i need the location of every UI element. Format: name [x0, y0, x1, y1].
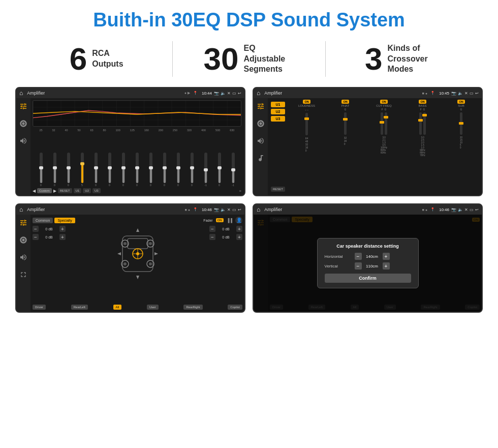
eq-more-icon[interactable]: » — [239, 189, 241, 193]
cross-u1-btn[interactable]: U1 — [271, 102, 285, 107]
dialog-title-bar: Amplifier — [264, 207, 420, 212]
eq-slider-14[interactable]: -1 — [227, 153, 239, 187]
phat-scale: 32160 — [344, 136, 347, 145]
phat-slider[interactable] — [327, 111, 364, 136]
fader-rl-plus[interactable]: + — [59, 234, 66, 240]
fader-tuning-icon[interactable] — [18, 218, 28, 228]
cross-time: 10:45 — [439, 91, 449, 96]
eq-prev-btn[interactable]: ◀ — [33, 189, 36, 193]
eq-next-btn[interactable]: ▶ — [53, 189, 56, 193]
cross-wave-icon[interactable] — [256, 118, 266, 129]
fader-user-btn[interactable]: User — [147, 305, 159, 310]
eq-slider-7[interactable]: 0 — [131, 153, 143, 187]
cross-vol2-icon[interactable] — [256, 136, 266, 146]
fader-x-icon: ✕ — [227, 207, 231, 212]
eq-wave-icon[interactable] — [18, 118, 28, 129]
fader-rearright-btn[interactable]: RearRight — [183, 305, 202, 310]
fader-rr-minus[interactable]: − — [209, 234, 215, 240]
eq-slider-3[interactable]: 5 — [76, 153, 88, 187]
fader-all-btn[interactable]: All — [113, 305, 122, 310]
fader-specialty-btn[interactable]: Specialty — [54, 218, 75, 223]
bass-scale: 3.02.52.01.51.0 — [421, 136, 424, 149]
eq-slider-1[interactable]: 0 — [48, 153, 61, 187]
eq-slider-0[interactable]: 0 — [35, 153, 47, 187]
cross-u-col: U1 U2 U3 RESET — [270, 100, 286, 194]
bass-on[interactable]: ON — [419, 100, 426, 104]
eq-slider-5[interactable]: 0 — [103, 153, 116, 187]
screen-fader: ⌂ Amplifier ■ ● 📍 10:46 📷 🔈 ✕ ▭ ↩ — [15, 203, 245, 313]
page-title: Buith-in 30EQ DSP Sound System — [0, 0, 498, 36]
stat-crossover-number: 3 — [365, 43, 382, 75]
sub-on[interactable]: ON — [457, 100, 464, 104]
fader-left-controls: − 0 dB + − 0 dB + — [33, 226, 66, 303]
eq-custom-btn[interactable]: Custom — [37, 188, 52, 193]
dialog-vertical-stepper: − 110cm + — [355, 262, 390, 270]
fader-on-badge[interactable]: ON — [216, 218, 224, 222]
fader-fl-minus[interactable]: − — [33, 226, 39, 232]
bass-label: BASS — [419, 104, 427, 107]
fader-rr-plus[interactable]: + — [236, 234, 242, 240]
eq-slider-13[interactable]: 0 — [213, 153, 226, 187]
fader-rl-minus[interactable]: − — [33, 234, 39, 240]
cross-reset-btn[interactable]: RESET — [271, 187, 285, 192]
fader-rearleft-btn[interactable]: RearLeft — [71, 305, 88, 310]
dialog-horizontal-plus[interactable]: + — [383, 253, 390, 260]
eq-slider-9[interactable]: 0 — [158, 153, 171, 187]
eq-vol2-icon[interactable] — [18, 136, 28, 146]
cross-speaker-icon[interactable] — [256, 153, 266, 163]
stat-crossover: 3 Kinds of Crossover Modes — [336, 43, 468, 75]
cutfreq-slider[interactable] — [365, 111, 402, 136]
sub-label: SUB — [458, 104, 464, 107]
eq-slider-11[interactable]: 0 — [185, 153, 198, 187]
dialog-vertical-plus[interactable]: + — [383, 262, 390, 270]
loudness-on[interactable]: ON — [303, 100, 310, 104]
eq-dots: ● ▶ — [184, 91, 190, 95]
cross-status-bar: ⌂ Amplifier ■ ● 📍 10:45 📷 🔈 ✕ ▭ ↩ — [254, 88, 482, 98]
svg-marker-16 — [136, 276, 139, 279]
cross-u3-btn[interactable]: U3 — [271, 116, 285, 122]
fader-wave-icon[interactable] — [18, 235, 28, 245]
eq-u3-btn[interactable]: U3 — [92, 188, 101, 193]
eq-slider-6[interactable]: 0 — [117, 153, 130, 187]
fader-rr-val: 0 dB — [216, 235, 235, 239]
dialog-dots: ■ ● — [422, 208, 427, 212]
fader-fr-minus[interactable]: − — [209, 226, 215, 232]
cross-u2-btn[interactable]: U2 — [271, 109, 285, 114]
fader-fr-row: − 0 dB + — [209, 226, 242, 232]
fader-status-bar: ⌂ Amplifier ■ ● 📍 10:46 📷 🔈 ✕ ▭ ↩ — [16, 204, 244, 215]
dialog-vertical-minus[interactable]: − — [355, 262, 362, 270]
fader-driver-btn[interactable]: Driver — [33, 305, 46, 310]
fader-copilot-btn[interactable]: Copilot — [228, 305, 242, 310]
eq-slider-4[interactable]: 0 — [89, 153, 102, 187]
cross-dots: ■ ● — [422, 92, 427, 95]
eq-u2-btn[interactable]: U2 — [83, 188, 91, 193]
dialog-x-icon: ✕ — [464, 207, 468, 212]
dialog-horizontal-row: Horizontal − 140cm + — [325, 253, 411, 260]
bass-slider[interactable] — [404, 111, 441, 136]
fader-car-diagram — [68, 226, 207, 303]
sub-slider[interactable] — [443, 111, 480, 136]
eq-u1-btn[interactable]: U1 — [74, 188, 82, 193]
stat-eq-label: EQ Adjustable Segments — [243, 43, 294, 75]
eq-pin-icon: 📍 — [193, 91, 198, 95]
eq-slider-10[interactable]: 0 — [172, 153, 184, 187]
dialog-status-bar: ⌂ Amplifier ■ ● 📍 10:46 📷 🔈 ✕ ▭ ↩ — [254, 204, 482, 215]
fader-expand-icon[interactable] — [18, 270, 28, 280]
cutfreq-on[interactable]: ON — [380, 100, 387, 104]
phat-on[interactable]: ON — [341, 100, 349, 104]
dialog-confirm-button[interactable]: Confirm — [325, 274, 411, 283]
cross-tuning-icon[interactable] — [256, 101, 266, 111]
fader-fl-plus[interactable]: + — [59, 226, 66, 232]
eq-slider-2[interactable]: 0 — [62, 153, 75, 187]
fader-rr-row: − 0 dB + — [209, 234, 242, 240]
eq-reset-btn[interactable]: RESET — [58, 188, 72, 193]
fader-vol2-icon[interactable] — [18, 252, 28, 262]
dialog-rect-icon: ▭ — [470, 207, 474, 212]
eq-slider-8[interactable]: 0 — [144, 153, 157, 187]
dialog-horizontal-minus[interactable]: − — [355, 253, 362, 260]
loudness-slider[interactable] — [288, 111, 325, 137]
eq-slider-12[interactable]: -1 — [199, 153, 212, 187]
eq-tuning-icon[interactable] — [18, 101, 28, 111]
fader-common-btn[interactable]: Common — [33, 218, 53, 223]
fader-fr-plus[interactable]: + — [236, 226, 242, 232]
